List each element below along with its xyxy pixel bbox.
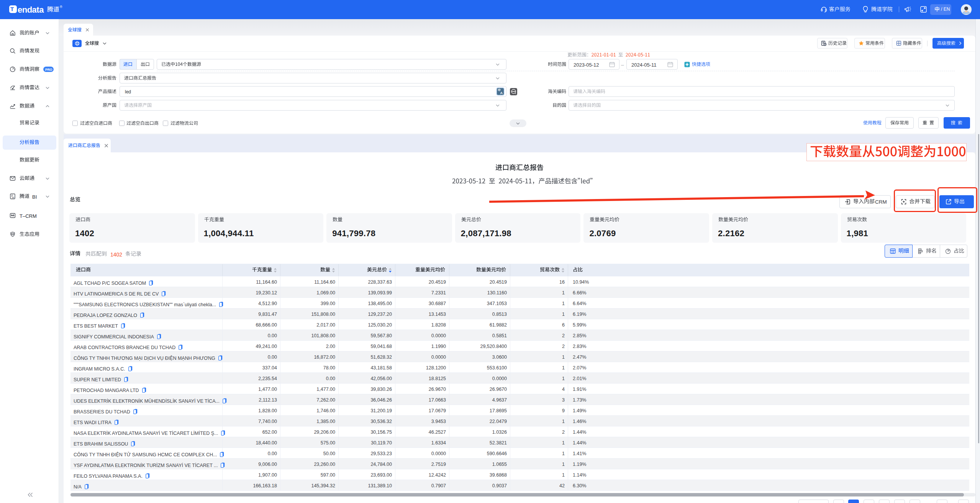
svg-text:BI: BI xyxy=(12,196,15,199)
